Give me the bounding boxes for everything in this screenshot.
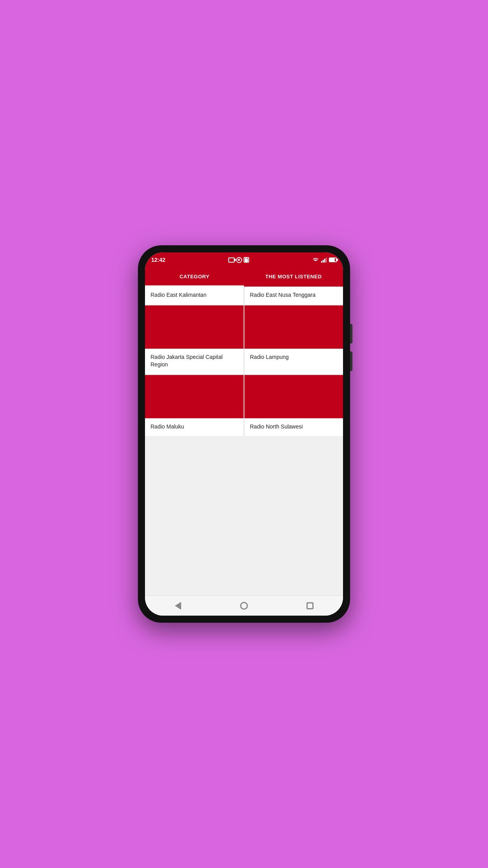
list-item[interactable]: Radio North Sulawesi xyxy=(244,375,343,436)
list-item[interactable]: Radio Lampung xyxy=(244,305,343,374)
content-area: Radio East Kalimantan Radio East Nusa Te… xyxy=(145,287,343,595)
radio-grid: Radio East Kalimantan Radio East Nusa Te… xyxy=(145,287,343,436)
recent-icon xyxy=(306,602,314,609)
home-button[interactable] xyxy=(238,600,250,611)
radio-card-label: Radio East Kalimantan xyxy=(145,287,244,305)
radio-card-label: Radio North Sulawesi xyxy=(244,418,343,436)
svg-rect-2 xyxy=(246,258,247,259)
list-item[interactable]: Radio Maluku xyxy=(145,375,244,436)
radio-card-image xyxy=(244,305,343,349)
radio-card-image xyxy=(244,375,343,418)
battery-icon xyxy=(329,257,337,262)
svg-rect-1 xyxy=(245,258,246,259)
radio-card-label: Radio Jakarta Special Capital Region xyxy=(145,349,244,374)
status-time: 12:42 xyxy=(151,257,165,263)
notification-icon xyxy=(228,257,235,263)
nav-bar xyxy=(145,595,343,616)
wifi-icon xyxy=(312,257,319,263)
recent-button[interactable] xyxy=(305,600,316,611)
list-item[interactable]: Radio Jakarta Special Capital Region xyxy=(145,305,244,374)
status-bar: 12:42 xyxy=(145,252,343,267)
side-button-power xyxy=(350,351,352,371)
side-button-volume xyxy=(350,324,352,344)
tab-category[interactable]: CATEGORY xyxy=(145,267,244,287)
radio-card-label: Radio Maluku xyxy=(145,418,244,436)
back-icon xyxy=(175,602,181,610)
home-icon xyxy=(240,602,248,610)
phone-frame: 12:42 xyxy=(138,245,350,623)
list-item[interactable]: Radio East Kalimantan xyxy=(145,287,244,305)
list-item[interactable]: Radio East Nusa Tenggara xyxy=(244,287,343,305)
status-right-icons xyxy=(312,257,337,263)
svg-rect-0 xyxy=(245,259,248,262)
status-left-icons xyxy=(228,257,249,263)
sd-card-icon xyxy=(244,257,249,263)
sync-icon xyxy=(236,257,242,263)
signal-icon xyxy=(321,257,327,263)
phone-screen: 12:42 xyxy=(145,252,343,616)
radio-card-image xyxy=(145,305,244,349)
tab-most-listened[interactable]: THE MOST LISTENED xyxy=(244,267,343,287)
radio-card-image xyxy=(145,375,244,418)
back-button[interactable] xyxy=(172,600,183,611)
tab-bar: CATEGORY THE MOST LISTENED xyxy=(145,267,343,287)
radio-card-label: Radio Lampung xyxy=(244,349,343,367)
radio-card-label: Radio East Nusa Tenggara xyxy=(244,287,343,305)
